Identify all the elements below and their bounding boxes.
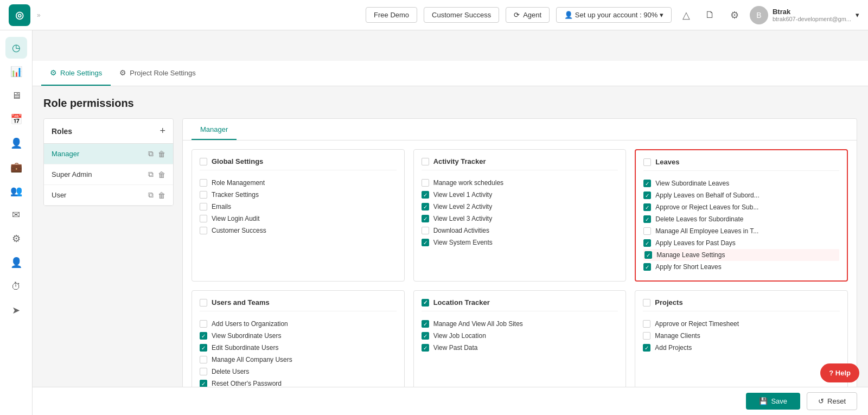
perm-checkbox-apply-leaves-behalf[interactable]: ✓ — [643, 191, 651, 199]
perm-checkbox-approve-reject-timesheet[interactable] — [643, 320, 650, 328]
perm-header-checkbox-activity[interactable] — [422, 158, 429, 165]
avatar: B — [750, 6, 768, 24]
help-button[interactable]: ? Help — [820, 363, 859, 382]
add-role-button[interactable]: + — [159, 125, 165, 137]
perm-checkbox-role-management[interactable] — [200, 179, 207, 187]
user-menu[interactable]: B Btrak btrak607-development@gm... ▾ — [750, 6, 859, 24]
perm-checkbox-tracker-settings[interactable] — [200, 191, 207, 199]
project-role-icon: ⚙ — [119, 68, 126, 77]
perm-checkbox-approve-reject-leaves[interactable]: ✓ — [643, 203, 651, 211]
perm-checkbox-customer-success[interactable] — [200, 227, 207, 234]
sidebar-item-clock[interactable]: ◷ — [5, 37, 27, 59]
perm-checkbox-view-past-data[interactable]: ✓ — [422, 344, 429, 352]
copy-role-super-admin[interactable]: ⧉ — [148, 170, 154, 179]
delete-role-user[interactable]: 🗑 — [158, 190, 165, 200]
perm-checkbox-manage-work-schedules[interactable] — [422, 179, 429, 187]
perm-checkbox-view-login-audit[interactable] — [200, 215, 207, 222]
sidebar-item-calendar[interactable]: 📅 — [5, 108, 27, 130]
sidebar-item-team[interactable]: 👥 — [5, 180, 27, 202]
role-name-user: User — [52, 191, 66, 199]
perm-checkbox-view-level1[interactable]: ✓ — [422, 191, 429, 199]
free-demo-button[interactable]: Free Demo — [366, 7, 417, 23]
sidebar-item-mail[interactable]: ✉ — [5, 204, 27, 226]
perm-item-approve-reject-leaves: ✓ Approve or Reject Leaves for Sub... — [643, 201, 839, 213]
perm-header-activity-tracker: Activity Tracker — [422, 157, 618, 170]
perm-item-add-projects: ✓ Add Projects — [643, 342, 840, 354]
perm-checkbox-apply-short-leaves[interactable]: ✓ — [643, 263, 651, 271]
perm-checkbox-download-activities[interactable] — [422, 227, 429, 234]
document-icon[interactable]: 🗋 — [701, 7, 719, 23]
perm-header-checkbox-global[interactable] — [200, 158, 207, 165]
customer-success-button[interactable]: Customer Success — [424, 7, 499, 23]
perm-item-view-job-location: ✓ View Job Location — [422, 330, 618, 342]
reset-button[interactable]: ↺ Reset — [807, 392, 857, 410]
sidebar-item-monitor[interactable]: 🖥 — [5, 85, 27, 106]
perm-checkbox-add-projects[interactable]: ✓ — [643, 344, 650, 352]
delete-role-manager[interactable]: 🗑 — [158, 149, 165, 158]
gear-icon[interactable]: ⚙ — [726, 7, 743, 23]
setup-account-button[interactable]: 👤 Set up your account : 90% ▾ — [556, 7, 672, 23]
perm-checkbox-view-level3[interactable]: ✓ — [422, 215, 429, 222]
sidebar-item-briefcase[interactable]: 💼 — [5, 156, 27, 178]
perm-item-approve-reject-timesheet: Approve or Reject Timesheet — [643, 318, 840, 330]
role-item-user[interactable]: User ⧉ 🗑 — [44, 185, 173, 206]
agent-button[interactable]: ⟳ Agent — [506, 7, 550, 23]
perm-checkbox-apply-leaves-past[interactable]: ✓ — [643, 239, 651, 247]
permissions-tab-manager[interactable]: Manager — [192, 119, 237, 140]
role-item-super-admin[interactable]: Super Admin ⧉ 🗑 — [44, 164, 173, 185]
perm-item-view-level1: ✓ View Level 1 Activity — [422, 189, 618, 201]
perm-checkbox-manage-leave-settings[interactable]: ✓ — [644, 251, 652, 259]
perm-checkbox-delete-leaves[interactable]: ✓ — [643, 215, 651, 223]
perm-item-emails: Emails — [200, 201, 397, 213]
perm-checkbox-emails[interactable] — [200, 203, 207, 210]
perm-checkbox-view-subordinate-users[interactable]: ✓ — [200, 332, 207, 340]
copy-role-manager[interactable]: ⧉ — [148, 149, 154, 158]
role-item-manager[interactable]: Manager ⧉ 🗑 — [44, 144, 173, 164]
perm-item-delete-leaves: ✓ Delete Leaves for Subordinate — [643, 213, 839, 225]
perm-header-projects: Projects — [643, 298, 840, 311]
copy-role-user[interactable]: ⧉ — [148, 190, 154, 200]
sidebar-item-user-settings[interactable]: 👤 — [5, 252, 27, 273]
save-button[interactable]: 💾 Save — [746, 393, 800, 410]
perm-item-download-activities: Download Activities — [422, 225, 618, 237]
sidebar-item-settings[interactable]: ⚙ — [5, 228, 27, 250]
sidebar-item-people[interactable]: 👤 — [5, 132, 27, 154]
perm-card-location-tracker: ✓ Location Tracker ✓ Manage And View All… — [413, 290, 627, 398]
chevron-down-icon: ▾ — [660, 11, 663, 19]
roles-header: Roles + — [44, 119, 173, 144]
perm-header-checkbox-users[interactable] — [200, 299, 207, 307]
perm-checkbox-manage-clients[interactable] — [643, 332, 650, 340]
perm-checkbox-manage-all-employee-leaves[interactable] — [643, 227, 651, 235]
main-content: ⚙ Role Settings ⚙ Project Role Settings … — [33, 61, 868, 415]
perm-card-users-teams: Users and Teams Add Users to Organizatio… — [192, 290, 405, 398]
perm-checkbox-view-system-events[interactable]: ✓ — [422, 239, 429, 246]
perm-header-checkbox-projects[interactable] — [643, 299, 650, 307]
perm-checkbox-edit-subordinate-users[interactable]: ✓ — [200, 344, 207, 352]
perm-checkbox-reset-password[interactable]: ✓ — [200, 380, 207, 387]
perm-item-view-level2: ✓ View Level 2 Activity — [422, 201, 618, 213]
sidebar-item-clock2[interactable]: ⏱ — [5, 276, 27, 297]
tab-project-role-settings[interactable]: ⚙ Project Role Settings — [111, 61, 204, 86]
sidebar-item-send[interactable]: ➤ — [5, 299, 27, 321]
perm-checkbox-manage-view-job-sites[interactable]: ✓ — [422, 320, 429, 328]
perm-checkbox-delete-users[interactable] — [200, 368, 207, 375]
perm-item-tracker-settings: Tracker Settings — [200, 189, 397, 201]
save-icon: 💾 — [759, 397, 768, 405]
tab-role-settings[interactable]: ⚙ Role Settings — [41, 61, 111, 86]
perm-checkbox-view-level2[interactable]: ✓ — [422, 203, 429, 210]
roles-sidebar: Roles + Manager ⧉ 🗑 Super Admin ⧉ 🗑 — [43, 118, 174, 206]
sidebar-item-chart[interactable]: 📊 — [5, 61, 27, 82]
permissions-panel: Manager Global Settings Role Management — [182, 118, 857, 407]
perm-checkbox-view-job-location[interactable]: ✓ — [422, 332, 429, 340]
alert-icon[interactable]: △ — [678, 7, 694, 23]
perm-checkbox-add-users[interactable] — [200, 320, 207, 328]
perm-header-checkbox-leaves[interactable] — [643, 158, 651, 166]
perm-checkbox-manage-all-company-users[interactable] — [200, 356, 207, 363]
perm-item-view-system-events: ✓ View System Events — [422, 237, 618, 248]
perm-card-activity-tracker: Activity Tracker Manage work schedules ✓… — [413, 149, 627, 282]
perm-item-customer-success: Customer Success — [200, 225, 397, 237]
permissions-tab-bar: Manager — [183, 119, 857, 141]
delete-role-super-admin[interactable]: 🗑 — [158, 170, 165, 179]
perm-checkbox-view-subordinate-leaves[interactable]: ✓ — [643, 180, 651, 187]
perm-header-checkbox-location[interactable]: ✓ — [422, 299, 429, 307]
